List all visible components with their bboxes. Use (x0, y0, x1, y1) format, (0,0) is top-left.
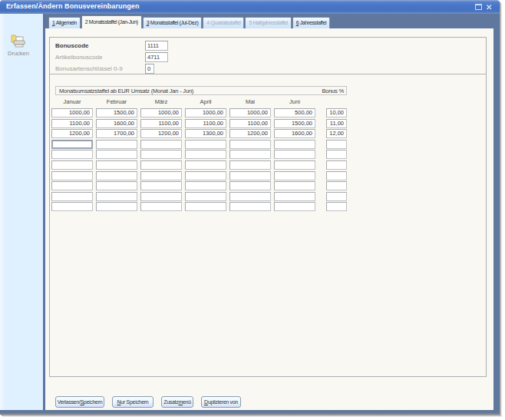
grid-cell[interactable] (51, 150, 93, 159)
grid-cell[interactable] (51, 140, 93, 149)
grid-cell[interactable]: 1100,00 (51, 119, 93, 128)
grid-cell[interactable] (140, 181, 182, 190)
grid-cell[interactable]: 1100,00 (229, 119, 271, 128)
grid-cell[interactable] (274, 150, 315, 159)
restore-icon[interactable] (475, 4, 482, 10)
grid-cell[interactable]: 1600,00 (96, 119, 137, 128)
column-label: Februar (96, 98, 137, 105)
bonus-cell[interactable] (326, 140, 347, 149)
grid-cell[interactable] (229, 150, 271, 159)
print-button[interactable]: Drucken (0, 33, 37, 57)
grid-cell[interactable] (229, 171, 271, 180)
grid-cell[interactable]: 1000,00 (229, 108, 271, 117)
grid-cell[interactable] (140, 140, 182, 149)
grid-cell[interactable]: 1200,00 (229, 129, 271, 138)
dialog-body: Drucken 1 Allgemein2 Monatsstaffel (Jan-… (0, 14, 500, 415)
grid-cell[interactable]: 1100,00 (185, 119, 226, 128)
grid-cell[interactable]: 1000,00 (140, 108, 182, 117)
grid-cell[interactable] (96, 202, 137, 211)
button-2[interactable]: Nur Speichern (112, 396, 153, 408)
grid-cell[interactable]: 1500,00 (96, 108, 137, 117)
grid-cell[interactable] (140, 171, 182, 180)
grid-cell[interactable] (96, 140, 137, 149)
close-icon[interactable] (486, 4, 493, 11)
bonus-cell[interactable]: 11,00 (326, 119, 347, 128)
separator-line (50, 74, 486, 74)
grid-cell[interactable] (140, 202, 182, 211)
grid-cell[interactable] (140, 160, 182, 170)
bonus-cell[interactable] (326, 181, 347, 190)
button-row: Verlassen/SpeichernNur SpeichernZusatzme… (55, 396, 241, 408)
bonus-cell[interactable] (326, 202, 347, 211)
bonus-cell[interactable] (326, 160, 347, 170)
grid-cell[interactable] (51, 192, 93, 201)
grid-cell[interactable] (140, 150, 182, 159)
staffel-header-bar: Monatsumsatzstaffel ab EUR Umsatz (Monat… (55, 86, 347, 95)
grid-cell[interactable] (229, 202, 271, 211)
grid-cell[interactable] (274, 192, 315, 201)
grid-cell[interactable]: 500,00 (274, 108, 315, 117)
bonus-cell[interactable]: 12,00 (326, 129, 347, 138)
grid-cell[interactable]: 1100,00 (140, 119, 182, 128)
grid-cell[interactable] (229, 181, 271, 190)
form-field[interactable]: 0 (145, 64, 154, 74)
grid-cell[interactable]: 1300,00 (185, 129, 226, 138)
grid-cell[interactable] (51, 202, 93, 211)
tab-3[interactable]: 3 Monatsstaffel (Jul-Dez) (143, 17, 203, 28)
grid-cell[interactable]: 1200,00 (140, 129, 182, 138)
form-panel: Bonuscode1111Artikelbonuscode4711Bonusar… (49, 37, 487, 377)
grid-cell[interactable]: 1700,00 (96, 129, 137, 138)
grid-cell[interactable] (96, 181, 137, 190)
grid-cell[interactable] (229, 192, 271, 201)
column-label: Mai (229, 98, 271, 105)
grid-cell[interactable]: 1600,00 (274, 129, 315, 138)
button-3[interactable]: Zusatzmenü (161, 396, 193, 408)
printer-icon (11, 33, 26, 49)
bonus-cell[interactable] (326, 171, 347, 180)
grid-cell[interactable] (51, 160, 93, 170)
bonus-cell[interactable] (326, 192, 347, 201)
grid-cell[interactable] (96, 192, 137, 201)
grid-cell[interactable] (51, 181, 93, 190)
grid-cell[interactable] (140, 192, 182, 201)
grid-cell[interactable] (185, 192, 226, 201)
grid-cell[interactable]: 1000,00 (185, 108, 226, 117)
form-label: Bonusartenschlüssel 0-9 (55, 65, 123, 72)
grid-cell[interactable] (185, 171, 226, 180)
tab-2[interactable]: 2 Monatsstaffel (Jan-Jun) (81, 15, 142, 28)
grid-cell[interactable] (96, 171, 137, 180)
grid-cell[interactable] (185, 181, 226, 190)
grid-cell[interactable]: 1000,00 (51, 108, 93, 117)
tab-1[interactable]: 1 Allgemein (48, 17, 81, 28)
grid-cell[interactable]: 1500,00 (274, 119, 315, 128)
grid-cell[interactable] (96, 160, 137, 170)
grid-cell[interactable] (229, 160, 271, 170)
grid-cell[interactable] (274, 202, 315, 211)
form-field[interactable]: 4711 (145, 52, 168, 62)
button-1[interactable]: Verlassen/Speichern (55, 396, 104, 408)
form-field[interactable]: 1111 (145, 41, 168, 51)
bonus-cell[interactable]: 10,00 (326, 108, 347, 117)
grid-cell[interactable]: 1200,00 (51, 129, 93, 138)
grid-cell[interactable] (185, 140, 226, 149)
form-label: Bonuscode (55, 42, 89, 49)
grid-cell[interactable] (274, 140, 315, 149)
bottom-frame-edge (0, 410, 500, 415)
print-label: Drucken (0, 50, 37, 57)
grid-cell[interactable] (274, 160, 315, 170)
grid-cell[interactable] (185, 160, 226, 170)
grid-cell[interactable] (274, 171, 315, 180)
dialog-window: Erfassen/Ändern Bonusvereinbarungen Druc… (0, 0, 500, 415)
grid-cell[interactable] (229, 140, 271, 149)
title-bar[interactable]: Erfassen/Ändern Bonusvereinbarungen (0, 0, 500, 14)
grid-cell[interactable] (185, 150, 226, 159)
grid-cell[interactable] (96, 150, 137, 159)
grid-cell[interactable] (185, 202, 226, 211)
tab-6[interactable]: 6 Jahresstaffel (292, 17, 330, 28)
tab-page: Bonuscode1111Artikelbonuscode4711Bonusar… (45, 28, 493, 410)
tab-strip: 1 Allgemein2 Monatsstaffel (Jan-Jun)3 Mo… (45, 14, 493, 28)
bonus-cell[interactable] (326, 150, 347, 159)
button-4[interactable]: Duplizieren von (201, 396, 241, 408)
grid-cell[interactable] (51, 171, 93, 180)
grid-cell[interactable] (274, 181, 315, 190)
